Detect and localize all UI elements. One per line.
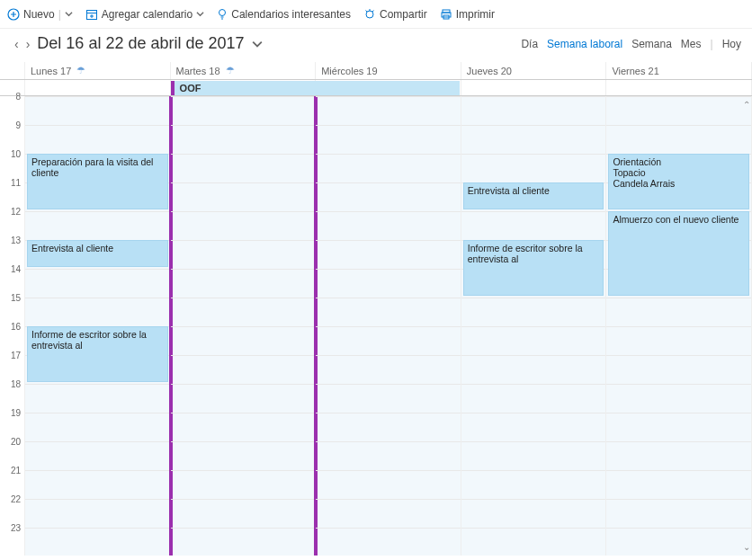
weather-rain-icon: ☂	[226, 65, 235, 76]
view-switcher: Día Semana laboral Semana Mes | Hoy	[521, 38, 741, 50]
hour-label: 15	[11, 293, 21, 303]
day-label: Lunes 17	[31, 66, 71, 76]
svg-point-2	[219, 9, 226, 15]
add-calendar-label: Agregar calendario	[102, 8, 192, 21]
print-button[interactable]: Imprimir	[440, 8, 495, 21]
chevron-down-icon[interactable]	[196, 10, 204, 18]
hour-label: 23	[11, 523, 21, 533]
view-today[interactable]: Hoy	[722, 38, 741, 50]
calendar-event[interactable]: Informe de escritor sobre la entrevista …	[463, 240, 604, 296]
event-title: Preparación para la visita del cliente	[31, 156, 153, 178]
scroll-up-icon[interactable]: ⌃	[743, 100, 750, 110]
calendar-event[interactable]: Informe de escritor sobre la entrevista …	[27, 326, 168, 382]
print-label: Imprimir	[456, 8, 495, 21]
event-title: Entrevista al cliente	[31, 243, 113, 253]
allday-cell-fri[interactable]	[606, 80, 752, 95]
lightbulb-icon	[217, 8, 228, 21]
calendar-event[interactable]: Entrevista al cliente	[463, 182, 604, 209]
plus-circle-icon	[7, 8, 20, 21]
divider: |	[711, 38, 713, 50]
day-col-mon[interactable]: Preparación para la visita del clienteEn…	[25, 96, 171, 556]
event-title: Informe de escritor sobre la entrevista …	[31, 329, 147, 351]
day-label: Martes 18	[176, 66, 220, 76]
calendar-grid: 891011121314151617181920212223 Preparaci…	[0, 96, 752, 556]
chevron-down-icon[interactable]	[252, 39, 263, 49]
view-week[interactable]: Semana	[631, 38, 672, 50]
allday-cell-wed[interactable]	[316, 80, 461, 95]
view-day[interactable]: Día	[521, 38, 538, 50]
day-header-thu[interactable]: Jueves 20	[461, 62, 607, 79]
hour-label: 14	[11, 264, 21, 274]
day-col-wed[interactable]	[316, 96, 461, 556]
day-col-fri[interactable]: OrientaciónTopacioCandela ArraisAlmuerzo…	[606, 96, 752, 556]
weather-rain-icon: ☂	[76, 65, 85, 76]
event-title: Almuerzo con el nuevo cliente	[613, 214, 739, 225]
calendar-event[interactable]: Entrevista al cliente	[27, 240, 168, 267]
view-month[interactable]: Mes	[681, 38, 702, 50]
new-label: Nuevo	[23, 8, 55, 21]
date-range-title: Del 16 al 22 de abril de 2017	[37, 34, 244, 53]
hour-label: 12	[11, 207, 21, 217]
toolbar: Nuevo | Agregar calendario Calendarios i…	[0, 0, 752, 29]
event-title: Informe de escritor sobre la entrevista …	[468, 243, 583, 264]
day-header-wed[interactable]: Miércoles 19	[316, 62, 461, 79]
share-icon	[363, 8, 376, 21]
hour-label: 20	[11, 437, 21, 447]
hour-label: 21	[11, 466, 21, 476]
event-title: Entrevista al cliente	[468, 185, 550, 196]
day-col-tue[interactable]	[171, 96, 317, 556]
hour-label: 22	[11, 494, 21, 504]
event-location: Topacio	[613, 167, 745, 178]
allday-row: OOF	[0, 80, 752, 96]
scroll-down-icon[interactable]: ⌄	[743, 542, 750, 552]
day-header-fri[interactable]: Viernes 21	[606, 62, 752, 79]
interesting-calendars-button[interactable]: Calendarios interesantes	[217, 8, 351, 21]
hour-label: 13	[11, 236, 21, 245]
new-button[interactable]: Nuevo |	[7, 8, 73, 21]
view-workweek[interactable]: Semana laboral	[547, 38, 622, 50]
prev-week-button[interactable]: ‹	[14, 37, 19, 51]
share-button[interactable]: Compartir	[363, 8, 427, 21]
day-label: Viernes 21	[612, 66, 658, 76]
add-calendar-button[interactable]: Agregar calendario	[85, 8, 204, 21]
chevron-down-icon[interactable]	[65, 10, 73, 18]
divider: |	[58, 8, 61, 21]
hour-label: 11	[11, 178, 21, 188]
time-column: 891011121314151617181920212223	[0, 96, 25, 556]
next-week-button[interactable]: ›	[26, 37, 31, 51]
hour-label: 17	[11, 351, 21, 360]
share-label: Compartir	[380, 8, 427, 21]
calendar-header: ‹ › Del 16 al 22 de abril de 2017 Día Se…	[0, 29, 752, 62]
day-label: Jueves 20	[467, 66, 512, 76]
event-title: Orientación	[613, 156, 661, 167]
allday-cell-mon[interactable]	[25, 80, 171, 95]
hour-label: 9	[15, 120, 21, 130]
interesting-label: Calendarios interesantes	[231, 8, 351, 21]
day-header-mon[interactable]: Lunes 17 ☂	[25, 62, 171, 79]
calendar-event[interactable]: OrientaciónTopacioCandela Arrais	[608, 154, 749, 209]
day-headers: Lunes 17 ☂ Martes 18 ☂ Miércoles 19 Juev…	[0, 62, 752, 80]
calendar-event[interactable]: Preparación para la visita del cliente	[27, 154, 168, 209]
hour-label: 16	[11, 322, 21, 332]
allday-cell-thu[interactable]	[461, 80, 607, 95]
hour-label: 19	[11, 408, 21, 418]
hour-label: 10	[11, 149, 21, 159]
day-col-thu[interactable]: Entrevista al clienteInforme de escritor…	[461, 96, 607, 556]
event-attendee: Candela Arrais	[613, 178, 745, 189]
day-header-tue[interactable]: Martes 18 ☂	[171, 62, 317, 79]
hour-label: 18	[11, 379, 21, 389]
event-title: OOF	[180, 83, 201, 93]
hour-label: 8	[15, 92, 21, 102]
allday-cell-tue[interactable]: OOF	[171, 80, 317, 95]
calendar-event[interactable]: Almuerzo con el nuevo cliente	[608, 211, 749, 296]
day-label: Miércoles 19	[321, 66, 377, 76]
print-icon	[440, 8, 452, 21]
calendar-plus-icon	[85, 8, 98, 21]
